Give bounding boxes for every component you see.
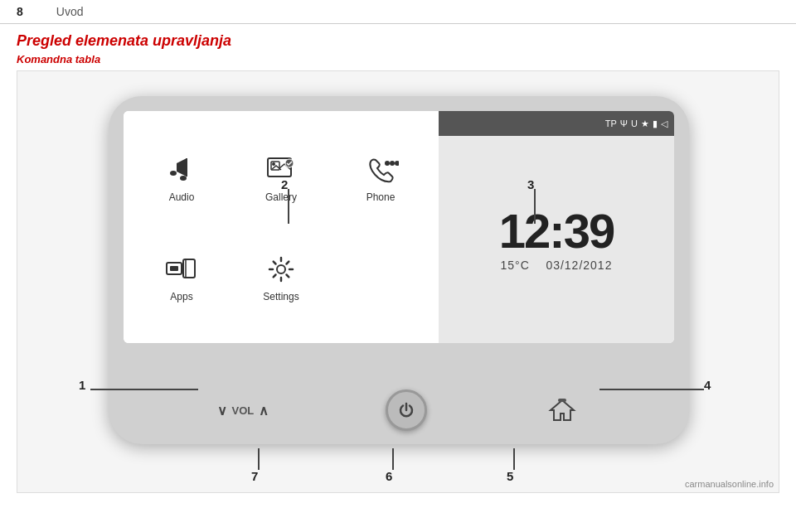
apps-label: Apps <box>170 291 192 302</box>
callout-5-line <box>513 448 515 470</box>
page-number: 8 <box>17 5 23 18</box>
phone-icon-item[interactable]: Phone <box>354 143 407 211</box>
callout-2-line <box>288 189 289 224</box>
temperature-display: 15°C <box>501 259 530 272</box>
date-display: 03/12/2012 <box>546 259 612 272</box>
sos-icon: U <box>631 118 638 128</box>
callout-6-line <box>392 448 394 470</box>
page-title: Uvod <box>56 5 84 18</box>
svg-rect-14 <box>558 399 566 402</box>
section-subtitle: Komandna tabla <box>0 51 796 70</box>
svg-point-8 <box>395 161 399 166</box>
diagram-area: Audio Gallery <box>17 70 779 493</box>
svg-rect-10 <box>170 266 178 271</box>
phone-label: Phone <box>366 191 396 203</box>
callout-5: 5 <box>507 469 513 483</box>
svg-point-0 <box>170 171 177 176</box>
vol-label: VOL <box>232 404 255 417</box>
svg-rect-11 <box>183 259 195 278</box>
power-icon <box>396 400 416 420</box>
bluetooth-icon: ★ <box>641 118 649 129</box>
signal-icon: Ψ <box>620 118 628 128</box>
apps-icon-item[interactable]: Apps <box>155 243 208 311</box>
callout-7-line <box>258 448 260 470</box>
svg-point-4 <box>272 162 275 166</box>
svg-point-1 <box>180 176 187 181</box>
page-header: 8 Uvod <box>0 0 796 24</box>
screen-right: TP Ψ U ★ ▮ ◁ 12:39 15°C 03/12/2012 <box>439 111 674 343</box>
callout-4: 4 <box>704 378 711 392</box>
audio-icon-item[interactable]: Audio <box>155 143 208 211</box>
home-button[interactable] <box>544 392 580 428</box>
settings-icon <box>263 251 299 288</box>
clock-date: 15°C 03/12/2012 <box>501 259 613 272</box>
callout-1: 1 <box>79 378 85 392</box>
home-icon <box>547 395 577 425</box>
callout-7: 7 <box>251 469 258 483</box>
audio-icon <box>163 152 200 188</box>
callout-3-line <box>534 189 536 224</box>
volume-control: ∨ VOL ∧ <box>217 403 269 418</box>
tp-status: TP <box>605 118 617 128</box>
status-bar: TP Ψ U ★ ▮ ◁ <box>439 111 674 136</box>
battery-icon: ▮ <box>653 118 658 129</box>
phone-icon <box>362 152 399 188</box>
section-title: Pregled elemenata upravljanja <box>0 24 796 51</box>
mute-icon: ◁ <box>661 118 667 129</box>
clock-area: 12:39 15°C 03/12/2012 <box>439 136 674 343</box>
callout-6: 6 <box>386 469 392 483</box>
callout-1-line <box>90 389 198 390</box>
power-button[interactable] <box>386 389 427 431</box>
screen: Audio Gallery <box>124 111 674 343</box>
settings-icon-item[interactable]: Settings <box>255 243 308 311</box>
svg-point-13 <box>277 265 285 273</box>
svg-point-6 <box>385 161 390 166</box>
svg-point-7 <box>390 161 395 166</box>
bottom-controls: ∨ VOL ∧ <box>109 389 689 431</box>
clock-display: 12:39 <box>499 207 614 255</box>
volume-down-button[interactable]: ∨ <box>217 403 227 418</box>
settings-label: Settings <box>263 291 298 302</box>
audio-label: Audio <box>169 191 195 203</box>
watermark: carmanualsonline.info <box>685 479 774 489</box>
volume-up-button[interactable]: ∧ <box>259 403 269 418</box>
gallery-label: Gallery <box>265 191 297 203</box>
callout-4-line <box>599 389 704 390</box>
apps-icon <box>163 251 200 288</box>
screen-left: Audio Gallery <box>124 111 439 343</box>
device-shell: Audio Gallery <box>109 96 689 444</box>
